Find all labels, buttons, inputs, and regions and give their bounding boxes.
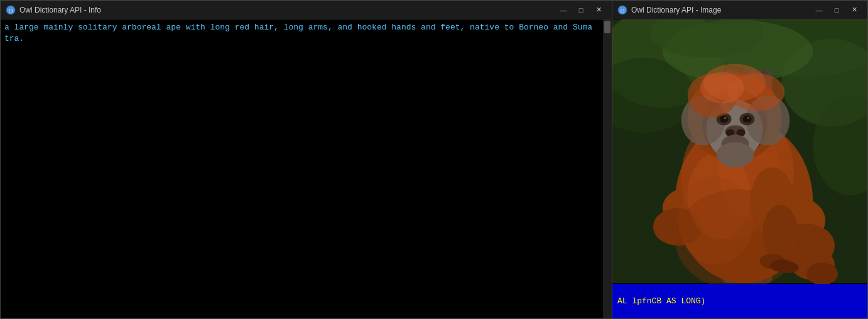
image-titlebar-left: O Owl Dictionary API - Image — [617, 5, 721, 15]
image-maximize-button[interactable]: □ — [828, 4, 845, 16]
info-window-title: Owl Dictionary API - Info — [19, 6, 101, 14]
svg-point-58 — [779, 262, 798, 273]
svg-point-55 — [762, 205, 798, 261]
svg-text:O: O — [621, 8, 625, 14]
image-titlebar: O Owl Dictionary API - Image — □ ✕ — [612, 1, 867, 19]
image-minimize-button[interactable]: — — [811, 4, 827, 16]
svg-point-51 — [700, 72, 744, 104]
orangutan-image — [612, 19, 867, 284]
image-bottom-text: AL lpfnCB AS LONG) — [617, 296, 705, 306]
info-text: a large mainly solitary arboreal ape wit… — [4, 22, 608, 45]
info-content: a large mainly solitary arboreal ape wit… — [1, 19, 612, 318]
info-titlebar-left: O Owl Dictionary API - Info — [6, 5, 101, 15]
info-window: O Owl Dictionary API - Info — □ ✕ a larg… — [0, 0, 612, 319]
image-window: O Owl Dictionary API - Image — □ ✕ — [612, 0, 868, 319]
info-line2: tra. — [4, 34, 24, 43]
image-titlebar-controls: — □ ✕ — [811, 4, 862, 16]
svg-point-41 — [724, 117, 727, 119]
svg-point-53 — [678, 176, 754, 264]
app-icon: O — [6, 5, 16, 15]
image-bottom-bar: AL lpfnCB AS LONG) — [612, 284, 867, 318]
image-area: AL lpfnCB AS LONG) — [612, 19, 867, 318]
info-close-button[interactable]: ✕ — [590, 4, 607, 16]
info-minimize-button[interactable]: — — [555, 4, 572, 16]
info-titlebar: O Owl Dictionary API - Info — □ ✕ — [1, 1, 612, 19]
info-scrollbar-thumb[interactable] — [604, 21, 610, 33]
svg-text:O: O — [9, 8, 13, 14]
svg-point-40 — [742, 116, 751, 123]
image-app-icon: O — [617, 5, 627, 15]
svg-point-39 — [720, 116, 729, 123]
info-scrollbar[interactable] — [603, 19, 612, 318]
info-line1: a large mainly solitary arboreal ape wit… — [4, 23, 592, 32]
image-window-title: Owl Dictionary API - Image — [631, 6, 721, 14]
info-maximize-button[interactable]: □ — [573, 4, 589, 16]
image-close-button[interactable]: ✕ — [846, 4, 862, 16]
info-titlebar-controls: — □ ✕ — [555, 4, 607, 16]
svg-point-42 — [747, 117, 749, 119]
svg-point-47 — [717, 143, 754, 168]
